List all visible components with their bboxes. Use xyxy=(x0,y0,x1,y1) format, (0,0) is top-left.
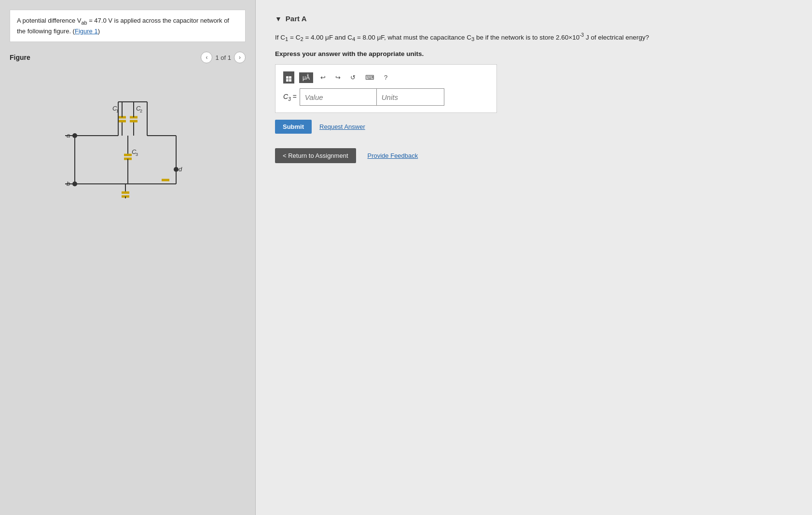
svg-point-38 xyxy=(72,181,77,186)
answer-box: μÅ ↩ ↪ ↺ ⌨ ? C3 = xyxy=(275,64,497,113)
provide-feedback-link[interactable]: Provide Feedback xyxy=(368,152,418,159)
part-header: ▼ Part A xyxy=(275,14,793,23)
grid-icon xyxy=(286,76,291,82)
undo-button[interactable]: ↩ xyxy=(318,73,328,82)
prev-figure-button[interactable]: ‹ xyxy=(201,52,212,63)
grid-icon-button[interactable] xyxy=(283,71,294,84)
right-panel: ▼ Part A If C1 = C2 = 4.00 μF and C4 = 8… xyxy=(256,0,812,515)
svg-text:b: b xyxy=(67,180,70,187)
svg-point-40 xyxy=(174,167,179,172)
figure-header: Figure ‹ 1 of 1 › xyxy=(10,52,246,63)
express-text: Express your answer with the appropriate… xyxy=(275,50,793,57)
figure-nav: ‹ 1 of 1 › xyxy=(201,52,246,63)
toolbar: μÅ ↩ ↪ ↺ ⌨ ? xyxy=(283,71,489,84)
value-input[interactable] xyxy=(300,88,377,106)
svg-text:3: 3 xyxy=(136,152,138,157)
figure-page: 1 of 1 xyxy=(215,54,231,61)
figure-label: Figure xyxy=(10,54,30,61)
help-button[interactable]: ? xyxy=(382,73,390,82)
return-button[interactable]: < Return to Assignment xyxy=(275,148,356,163)
buttons-row: Submit Request Answer xyxy=(275,120,793,134)
figure-link[interactable]: Figure 1 xyxy=(75,28,98,35)
submit-button[interactable]: Submit xyxy=(275,120,312,134)
bottom-row: < Return to Assignment Provide Feedback xyxy=(275,148,793,163)
svg-text:2: 2 xyxy=(140,109,142,113)
circuit-diagram: C 1 C 2 xyxy=(10,68,246,198)
reset-button[interactable]: ↺ xyxy=(348,73,358,82)
circuit-svg: C 1 C 2 xyxy=(51,73,205,198)
problem-text: A potential difference Vab = 47.0 V is a… xyxy=(17,17,229,35)
svg-text:d: d xyxy=(179,166,182,173)
svg-point-36 xyxy=(72,133,77,138)
request-answer-link[interactable]: Request Answer xyxy=(319,123,365,130)
problem-statement: A potential difference Vab = 47.0 V is a… xyxy=(10,10,246,42)
next-figure-button[interactable]: › xyxy=(234,52,246,63)
svg-text:a: a xyxy=(67,132,70,139)
units-input[interactable] xyxy=(377,88,444,106)
redo-button[interactable]: ↪ xyxy=(333,73,343,82)
keyboard-button[interactable]: ⌨ xyxy=(363,73,377,82)
part-collapse-arrow[interactable]: ▼ xyxy=(275,15,282,23)
left-panel: A potential difference Vab = 47.0 V is a… xyxy=(0,0,256,515)
input-row: C3 = xyxy=(283,88,489,106)
figure-area: Figure ‹ 1 of 1 › xyxy=(10,52,246,505)
symbol-button[interactable]: μÅ xyxy=(299,72,313,83)
c3-label: C3 = xyxy=(283,93,297,102)
part-title: Part A xyxy=(286,14,307,23)
question-text: If C1 = C2 = 4.00 μF and C4 = 8.00 μF, w… xyxy=(275,31,793,43)
